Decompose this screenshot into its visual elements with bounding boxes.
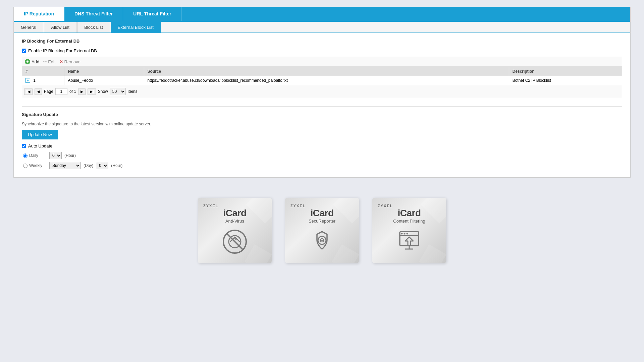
enable-ip-blocking-label: Enable IP Blocking For External DB: [28, 48, 97, 53]
icard-name-2: iCard: [397, 208, 421, 219]
content-filtering-svg: [396, 228, 423, 255]
sig-update-description: Synchronize the signature to the latest …: [22, 122, 622, 126]
svg-point-9: [404, 233, 406, 235]
svg-point-5: [321, 240, 323, 241]
icard-name-0: iCard: [223, 208, 246, 219]
enable-ip-blocking-checkbox[interactable]: [22, 49, 26, 53]
sub-tab-general[interactable]: General: [14, 22, 43, 33]
pagination-bar: |◀ ◀ Page of 1 ▶ ▶| Show 50 100 items: [22, 85, 622, 98]
cards-area: ZYXEL iCard Anti-Virus ZYXEL iCard SecuR…: [0, 184, 644, 273]
col-num: #: [22, 67, 64, 76]
col-description: Description: [509, 67, 622, 76]
auto-update-checkbox[interactable]: [22, 144, 26, 148]
secureporter-svg: [309, 228, 335, 255]
page-input[interactable]: [55, 88, 67, 95]
add-icon: +: [25, 59, 30, 64]
svg-point-8: [401, 233, 403, 235]
daily-hour-label: (Hour): [64, 153, 76, 158]
sub-tab-external-block-list[interactable]: External Block List: [111, 22, 161, 33]
daily-radio[interactable]: [23, 154, 28, 158]
cell-num: + 1: [22, 76, 64, 85]
icard-antivirus: ZYXEL iCard Anti-Virus: [198, 198, 272, 263]
cell-source: https://feodotracker.abuse.ch/downloads/…: [144, 76, 509, 85]
show-count-select[interactable]: 50 100: [110, 88, 126, 95]
update-now-button[interactable]: Update Now: [22, 130, 58, 139]
weekly-radio[interactable]: [23, 164, 28, 168]
weekly-schedule-row: Weekly SundayMondayTuesday WednesdayThur…: [23, 162, 622, 169]
tab-ip-reputation[interactable]: IP Reputation: [14, 7, 64, 21]
auto-update-label: Auto Update: [28, 143, 52, 148]
secureporter-icon: [309, 228, 335, 255]
weekly-day-label: (Day): [84, 163, 93, 168]
main-panel: IP Reputation DNS Threat Filter URL Thre…: [13, 7, 631, 178]
of-label: of 1: [69, 89, 76, 94]
weekly-hour-label: (Hour): [111, 163, 122, 168]
cell-name: Abuse_Feodo: [64, 76, 144, 85]
auto-update-row: Auto Update: [22, 143, 622, 148]
daily-radio-label: Daily: [23, 153, 47, 158]
icard-name-1: iCard: [310, 208, 333, 219]
next-page-button[interactable]: ▶: [78, 88, 86, 95]
icard-subtitle-0: Anti-Virus: [225, 219, 244, 224]
content-filtering-icon: [396, 228, 423, 255]
icard-secureporter: ZYXEL iCard SecuReporter: [285, 198, 359, 263]
sub-tab-block-list[interactable]: Block List: [77, 22, 110, 33]
content-area: IP Blocking For External DB Enable IP Bl…: [14, 33, 630, 177]
tab-url-threat-filter[interactable]: URL Threat Filter: [123, 7, 181, 21]
icard-subtitle-1: SecuReporter: [309, 219, 335, 224]
zyxel-label-0: ZYXEL: [203, 204, 218, 208]
svg-point-10: [407, 233, 408, 235]
daily-schedule-row: Daily 0123 (Hour): [23, 152, 622, 159]
expand-icon[interactable]: +: [25, 78, 30, 83]
ip-blocking-title: IP Blocking For External DB: [22, 39, 622, 45]
icard-subtitle-2: Content Filtering: [393, 219, 425, 224]
table-toolbar: + Add ✏ Edit ✖ Remove: [22, 57, 622, 67]
items-label: items: [128, 89, 138, 94]
sig-update-title: Signature Update: [22, 112, 622, 118]
icard-content-filtering: ZYXEL iCard Content Filtering: [372, 198, 446, 263]
col-name: Name: [64, 67, 144, 76]
remove-icon: ✖: [60, 59, 63, 64]
daily-hour-select[interactable]: 0123: [49, 152, 62, 159]
add-button[interactable]: + Add: [25, 59, 39, 64]
antivirus-svg: [221, 228, 248, 255]
antivirus-icon: [221, 228, 248, 255]
sub-tab-bar: General Allow List Block List External B…: [14, 22, 630, 33]
ip-block-table: # Name Source Description + 1 Abuse_Feod…: [22, 67, 622, 85]
enable-ip-blocking-row: Enable IP Blocking For External DB: [22, 48, 622, 53]
first-page-button[interactable]: |◀: [24, 88, 33, 95]
prev-page-button[interactable]: ◀: [35, 88, 42, 95]
daily-label: Daily: [29, 153, 38, 158]
sub-tab-allow-list[interactable]: Allow List: [44, 22, 76, 33]
weekly-label: Weekly: [29, 163, 42, 168]
table-row: + 1 Abuse_Feodo https://feodotracker.abu…: [22, 76, 622, 85]
tab-dns-threat-filter[interactable]: DNS Threat Filter: [64, 7, 123, 21]
remove-button[interactable]: ✖ Remove: [60, 59, 80, 64]
weekly-radio-label: Weekly: [23, 163, 47, 168]
show-label: Show: [98, 89, 108, 94]
col-source: Source: [144, 67, 509, 76]
edit-icon: ✏: [43, 59, 47, 64]
weekly-day-select[interactable]: SundayMondayTuesday WednesdayThursdayFri…: [49, 162, 81, 169]
section-divider: [22, 106, 622, 107]
last-page-button[interactable]: ▶|: [88, 88, 96, 95]
weekly-hour-select[interactable]: 0123: [96, 162, 108, 169]
zyxel-label-2: ZYXEL: [378, 204, 393, 208]
edit-button[interactable]: ✏ Edit: [43, 59, 55, 64]
main-tab-bar: IP Reputation DNS Threat Filter URL Thre…: [14, 7, 630, 22]
cell-description: Botnet C2 IP Blocklist: [509, 76, 622, 85]
page-label: Page: [44, 89, 53, 94]
zyxel-label-1: ZYXEL: [290, 204, 306, 208]
signature-update-section: Signature Update Synchronize the signatu…: [22, 106, 622, 169]
